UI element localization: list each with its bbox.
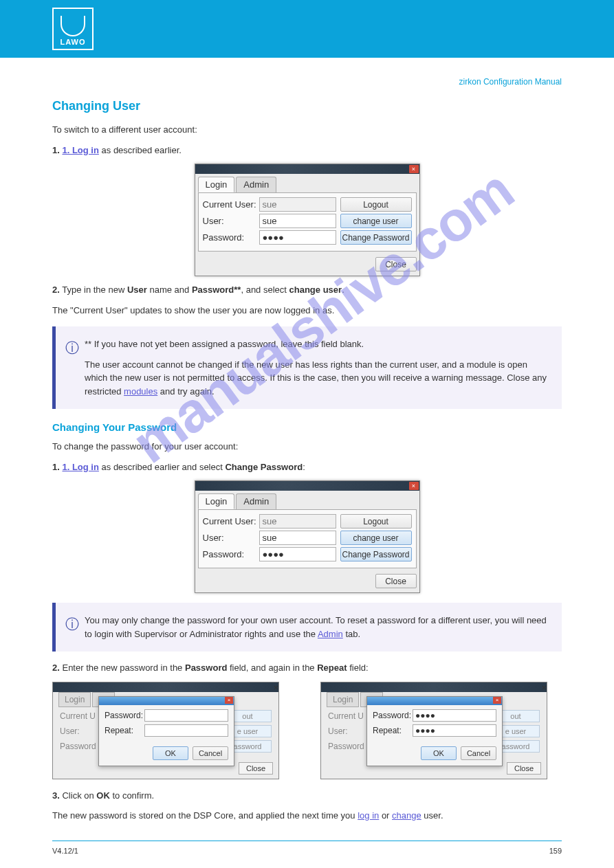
label-password: Password: bbox=[203, 549, 259, 559]
logout-button[interactable]: Logout bbox=[340, 197, 412, 212]
admin-link[interactable]: Admin bbox=[318, 629, 343, 639]
intro-change-user: To switch to a different user account: bbox=[52, 123, 562, 137]
close-icon[interactable]: × bbox=[409, 482, 419, 490]
label-user: User: bbox=[203, 533, 259, 543]
field-password[interactable]: ●●●● bbox=[259, 547, 336, 561]
label-current-user: Current User: bbox=[203, 199, 259, 210]
field-current-user: sue bbox=[259, 514, 336, 528]
login-dialog: × Login Admin Current User: sue Logout U… bbox=[195, 164, 420, 276]
tab-login[interactable]: Login bbox=[198, 493, 235, 509]
tab-admin[interactable]: Admin bbox=[236, 177, 276, 192]
change-password-overlay-filled: × Password:●●●● Repeat:●●●● OK Cancel bbox=[366, 696, 503, 766]
login-link[interactable]: 1. Log in bbox=[62, 145, 98, 155]
step-2-change-password: 2. Enter the new password in the Passwor… bbox=[52, 661, 562, 675]
page-header-bar: LAWO bbox=[0, 0, 614, 58]
cancel-button[interactable]: Cancel bbox=[193, 746, 228, 760]
info-icon: ⓘ bbox=[65, 337, 85, 398]
change-password-button[interactable]: Change Password bbox=[340, 547, 412, 561]
change-user-button[interactable]: change user bbox=[340, 531, 412, 545]
close-button[interactable]: Close bbox=[375, 257, 417, 271]
section-heading-change-user: Changing User bbox=[52, 99, 562, 113]
change-password-screenshot-empty: × Login Ad Current Uout User:e user Pass… bbox=[52, 682, 279, 779]
logo-shape-icon bbox=[61, 16, 85, 36]
document-title-right: zirkon Configuration Manual bbox=[52, 77, 562, 87]
label-user: User: bbox=[203, 216, 259, 226]
dialog-titlebar: × bbox=[195, 481, 419, 491]
close-icon[interactable]: × bbox=[541, 682, 547, 692]
change-password-button[interactable]: Change Password bbox=[340, 230, 412, 245]
info-icon: ⓘ bbox=[65, 614, 85, 641]
close-icon[interactable]: × bbox=[409, 165, 419, 173]
log-in-link[interactable]: log in bbox=[358, 810, 379, 821]
change-user-button[interactable]: change user bbox=[340, 214, 412, 228]
cancel-button[interactable]: Cancel bbox=[461, 746, 496, 760]
login-dialog-2: × Login Admin Current User: sue Logout U… bbox=[195, 480, 420, 593]
ok-button[interactable]: OK bbox=[421, 746, 457, 760]
overlay-field-repeat[interactable] bbox=[144, 724, 228, 737]
field-current-user: sue bbox=[259, 197, 336, 212]
bg-close-button: Close bbox=[239, 762, 273, 775]
note-box-1: ⓘ ** If you have not yet been assigned a… bbox=[52, 326, 562, 409]
page-footer: V4.12/1 159 bbox=[52, 841, 562, 869]
label-password: Password: bbox=[203, 232, 259, 243]
section-heading-change-password: Changing Your Password bbox=[52, 421, 562, 433]
step-number: 1. bbox=[52, 145, 60, 155]
change-password-overlay: × Password: Repeat: OK Cancel bbox=[98, 696, 234, 766]
step-1-change-user: 1. 1. Log in as described earlier. bbox=[52, 144, 562, 157]
change-password-result-desc: The new password is stored on the DSP Co… bbox=[52, 809, 562, 823]
ok-button[interactable]: OK bbox=[153, 746, 188, 760]
footer-page-number: 159 bbox=[549, 847, 562, 855]
label-current-user: Current User: bbox=[203, 516, 259, 526]
step-1-change-password: 1. 1. Log in as described earlier and se… bbox=[52, 460, 562, 474]
overlay-label-password: Password: bbox=[105, 711, 144, 720]
brand-logo: LAWO bbox=[52, 8, 94, 50]
modules-link[interactable]: modules bbox=[124, 386, 157, 397]
step-2-desc: The "Current User" updates to show the u… bbox=[52, 304, 562, 318]
change-password-screenshot-filled: × Login Ad Current Uout User:e user Pass… bbox=[320, 682, 547, 779]
close-icon[interactable]: × bbox=[225, 697, 233, 704]
close-icon[interactable]: × bbox=[273, 682, 278, 692]
bg-tab-login: Login bbox=[58, 692, 91, 707]
field-password[interactable]: ●●●● bbox=[259, 230, 336, 245]
footer-version: V4.12/1 bbox=[52, 847, 78, 855]
tab-login[interactable]: Login bbox=[198, 177, 235, 192]
change-link[interactable]: change bbox=[392, 810, 421, 821]
close-button[interactable]: Close bbox=[375, 574, 417, 588]
overlay-field-password[interactable]: ●●●● bbox=[413, 709, 496, 722]
overlay-field-password[interactable] bbox=[144, 709, 228, 722]
step-2-change-user: 2. Type in the new User name and Passwor… bbox=[52, 283, 562, 297]
logout-button[interactable]: Logout bbox=[340, 514, 412, 528]
intro-change-password: To change the password for your user acc… bbox=[52, 440, 562, 454]
note-box-2: ⓘ You may only change the password for y… bbox=[52, 603, 562, 652]
step-3-change-password: 3. Click on OK to confirm. bbox=[52, 789, 562, 803]
close-icon[interactable]: × bbox=[493, 697, 501, 704]
dialog-titlebar: × bbox=[195, 164, 419, 174]
login-link-2[interactable]: 1. Log in bbox=[62, 462, 98, 472]
tab-admin[interactable]: Admin bbox=[236, 493, 276, 509]
field-user[interactable]: sue bbox=[259, 214, 336, 228]
overlay-label-repeat: Repeat: bbox=[105, 726, 144, 735]
logo-text: LAWO bbox=[61, 38, 86, 49]
field-user[interactable]: sue bbox=[259, 531, 336, 545]
overlay-field-repeat[interactable]: ●●●● bbox=[413, 724, 496, 737]
